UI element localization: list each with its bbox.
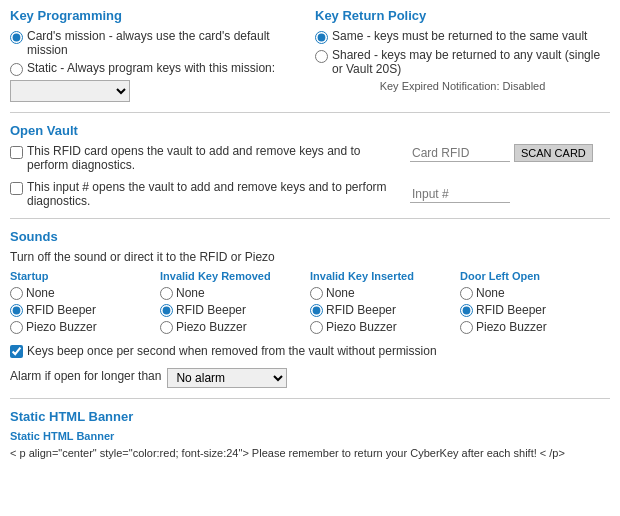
static-mission-label: Static - Always program keys with this m… [27, 61, 275, 75]
invalid-inserted-rfid-radio[interactable] [310, 304, 323, 317]
rfid-opens-vault-checkbox[interactable] [10, 146, 23, 159]
keys-beep-row: Keys beep once per second when removed f… [10, 344, 610, 358]
card-mission-radio[interactable] [10, 31, 23, 44]
banner-content: < p align="center" style="color:red; fon… [10, 446, 610, 461]
same-vault-radio[interactable] [315, 31, 328, 44]
card-rfid-input[interactable] [410, 145, 510, 162]
shared-vault-label: Shared - keys may be returned to any vau… [332, 48, 610, 76]
vault-row-1: This RFID card opens the vault to add an… [10, 144, 610, 172]
invalid-removed-col-title: Invalid Key Removed [160, 270, 310, 282]
shared-vault-radio-group: Shared - keys may be returned to any vau… [315, 48, 610, 76]
alarm-label: Alarm if open for longer than [10, 369, 161, 383]
shared-vault-radio[interactable] [315, 50, 328, 63]
sounds-description: Turn off the sound or direct it to the R… [10, 250, 610, 264]
same-vault-label: Same - keys must be returned to the same… [332, 29, 587, 43]
keys-beep-checkbox[interactable] [10, 345, 23, 358]
input-hash-opens-vault-label: This input # opens the vault to add and … [27, 180, 400, 208]
sound-col-startup: Startup None RFID Beeper Piezo Buzzer [10, 270, 160, 336]
startup-rfid-radio[interactable] [10, 304, 23, 317]
divider-1 [10, 112, 610, 113]
sound-col-invalid-inserted: Invalid Key Inserted None RFID Beeper Pi… [310, 270, 460, 336]
invalid-removed-rfid-radio[interactable] [160, 304, 173, 317]
door-left-open-none-radio[interactable] [460, 287, 473, 300]
static-mission-radio[interactable] [10, 63, 23, 76]
open-vault-title: Open Vault [10, 123, 610, 138]
mission-select[interactable] [10, 80, 130, 102]
divider-2 [10, 218, 610, 219]
static-html-banner-title: Static HTML Banner [10, 409, 610, 424]
sounds-grid: Startup None RFID Beeper Piezo Buzzer In… [10, 270, 610, 336]
key-expired-notification: Key Expired Notification: Disabled [315, 80, 610, 92]
banner-label: Static HTML Banner [10, 430, 610, 442]
rfid-opens-vault-label: This RFID card opens the vault to add an… [27, 144, 400, 172]
invalid-inserted-none-radio[interactable] [310, 287, 323, 300]
startup-col-title: Startup [10, 270, 160, 282]
vault-row-2: This input # opens the vault to add and … [10, 180, 610, 208]
door-left-open-col-title: Door Left Open [460, 270, 610, 282]
card-mission-label: Card's mission - always use the card's d… [27, 29, 305, 57]
static-mission-radio-group: Static - Always program keys with this m… [10, 61, 305, 76]
keys-beep-label: Keys beep once per second when removed f… [27, 344, 437, 358]
scan-card-button[interactable]: SCAN CARD [514, 144, 593, 162]
invalid-inserted-piezo-radio[interactable] [310, 321, 323, 334]
door-left-open-rfid-radio[interactable] [460, 304, 473, 317]
sounds-section: Sounds Turn off the sound or direct it t… [10, 229, 610, 388]
divider-3 [10, 398, 610, 399]
same-vault-radio-group: Same - keys must be returned to the same… [315, 29, 610, 44]
door-left-open-piezo-radio[interactable] [460, 321, 473, 334]
sounds-title: Sounds [10, 229, 610, 244]
key-return-policy-title: Key Return Policy [315, 8, 610, 23]
static-html-banner-section: Static HTML Banner Static HTML Banner < … [10, 409, 610, 461]
invalid-removed-none-radio[interactable] [160, 287, 173, 300]
startup-none-radio[interactable] [10, 287, 23, 300]
open-vault-section: Open Vault This RFID card opens the vaul… [10, 123, 610, 208]
sound-col-invalid-removed: Invalid Key Removed None RFID Beeper Pie… [160, 270, 310, 336]
input-hash-opens-vault-checkbox[interactable] [10, 182, 23, 195]
invalid-removed-piezo-radio[interactable] [160, 321, 173, 334]
key-programming-title: Key Programming [10, 8, 305, 23]
card-mission-radio-group: Card's mission - always use the card's d… [10, 29, 305, 57]
alarm-row: Alarm if open for longer than No alarm 1… [10, 364, 610, 388]
startup-piezo-radio[interactable] [10, 321, 23, 334]
input-hash-input[interactable] [410, 186, 510, 203]
sound-col-door-left-open: Door Left Open None RFID Beeper Piezo Bu… [460, 270, 610, 336]
alarm-select[interactable]: No alarm 1 minute 5 minutes 10 minutes [167, 368, 287, 388]
invalid-inserted-col-title: Invalid Key Inserted [310, 270, 460, 282]
